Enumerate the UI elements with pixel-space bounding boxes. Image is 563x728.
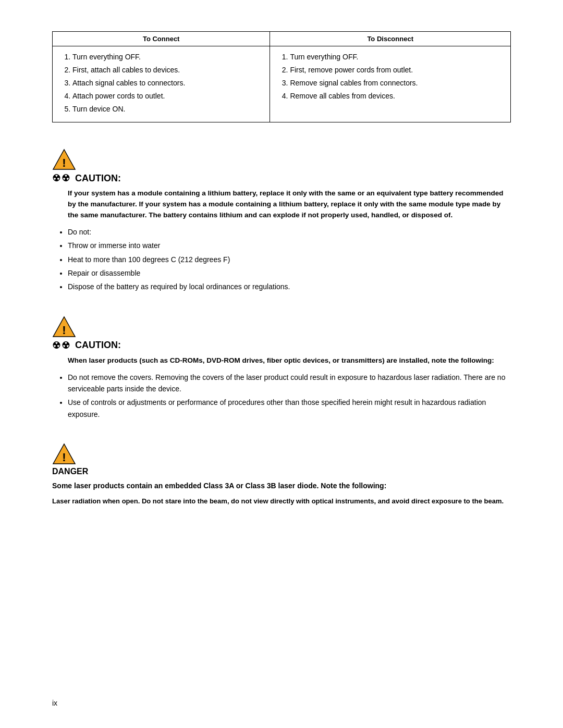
page-number: ix [52,699,57,707]
connect-table: To Connect To Disconnect Turn everything… [52,31,511,122]
connect-steps: Turn everything OFF. First, attach all c… [53,46,270,122]
svg-text:!: ! [62,324,66,337]
caution1-header: ☢☢ CAUTION: [52,172,511,184]
col2-header: To Disconnect [270,32,511,46]
disconnect-step-4: Remove all cables from devices. [290,91,502,102]
caution1-title: CAUTION: [75,173,121,184]
page-footer: ix [52,699,57,707]
caution2-body: When laser products (such as CD-ROMs, DV… [68,355,511,366]
warning-icon-2: ! [52,316,76,338]
caution2-bullet-2: Use of controls or adjustments or perfor… [68,397,511,420]
danger-body: Laser radiation when open. Do not stare … [52,496,511,507]
col1-header: To Connect [53,32,270,46]
connect-step-3: Attach signal cables to connectors. [72,78,261,89]
caution1-bullet-1: Do not: [68,226,511,238]
caution2-header: ☢☢ CAUTION: [52,340,511,351]
caution1-bullet-4: Repair or disassemble [68,267,511,279]
caution2-symbol: ☢☢ [52,340,71,351]
caution2-bullets: Do not remove the covers. Removing the c… [68,372,511,421]
danger-icon-row: ! [52,443,511,465]
page-content: To Connect To Disconnect Turn everything… [52,31,511,507]
caution1-symbol: ☢☢ [52,172,71,184]
caution1-icon-row: ! [52,149,511,170]
caution1-bullet-5: Dispose of the battery as required by lo… [68,281,511,292]
caution2-icon-row: ! [52,316,511,338]
danger-section: ! DANGER Some laser products contain an … [52,443,511,507]
caution1-bullets: Do not: Throw or immerse into water Heat… [68,226,511,293]
svg-text:!: ! [62,156,66,169]
connect-list: Turn everything OFF. First, attach all c… [70,52,261,115]
svg-text:!: ! [62,451,66,464]
caution2-title: CAUTION: [75,340,121,351]
warning-icon-3: ! [52,443,76,465]
danger-sub: Some laser products contain an embedded … [52,480,511,492]
caution1-body: If your system has a module containing a… [68,188,511,221]
disconnect-step-2: First, remove power cords from outlet. [290,65,502,76]
connect-step-2: First, attach all cables to devices. [72,65,261,76]
disconnect-list: Turn everything OFF. First, remove power… [288,52,502,102]
connect-step-4: Attach power cords to outlet. [72,91,261,102]
caution1-section: ! ☢☢ CAUTION: If your system has a modul… [52,149,511,293]
disconnect-steps: Turn everything OFF. First, remove power… [270,46,511,122]
caution2-section: ! ☢☢ CAUTION: When laser products (such … [52,316,511,420]
danger-title: DANGER [52,467,511,476]
caution1-bullet-2: Throw or immerse into water [68,240,511,251]
caution1-bullet-3: Heat to more than 100 degrees C (212 deg… [68,254,511,265]
disconnect-step-1: Turn everything OFF. [290,52,502,63]
disconnect-step-3: Remove signal cables from connectors. [290,78,502,89]
connect-step-1: Turn everything OFF. [72,52,261,63]
warning-icon-1: ! [52,149,76,170]
connect-step-5: Turn device ON. [72,104,261,115]
caution2-bullet-1: Do not remove the covers. Removing the c… [68,372,511,395]
